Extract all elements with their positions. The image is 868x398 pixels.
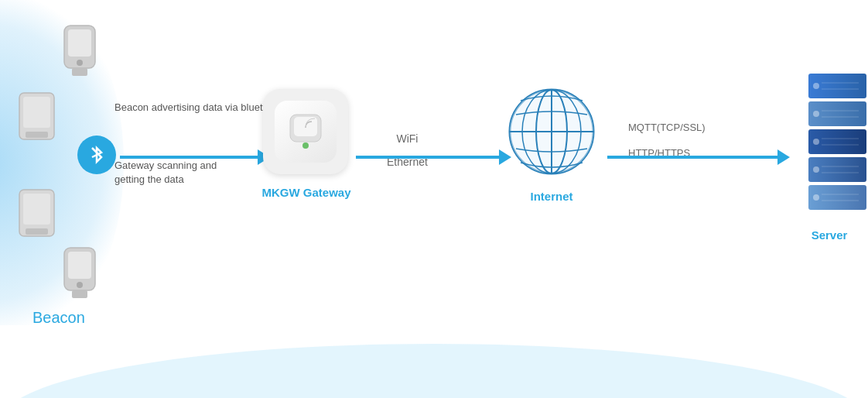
svg-point-25 [813, 83, 819, 89]
svg-point-17 [302, 142, 309, 149]
beacon-mid-top [12, 89, 62, 147]
gateway-device [263, 89, 348, 174]
svg-rect-4 [72, 68, 87, 76]
svg-point-13 [77, 282, 83, 288]
svg-rect-7 [26, 132, 48, 138]
svg-rect-12 [68, 252, 91, 279]
svg-rect-2 [68, 29, 91, 57]
svg-point-29 [813, 111, 819, 117]
server-device [805, 74, 866, 224]
svg-point-37 [813, 166, 819, 173]
beacon-label: Beacon [32, 309, 85, 327]
advertising-text: Beacon advertising data via bluetooth [114, 101, 282, 115]
bluetooth-icon [77, 136, 116, 174]
svg-rect-14 [72, 290, 87, 298]
arrow-internet-to-server [607, 149, 790, 165]
gateway-label: MKGW Gateway [249, 186, 364, 199]
internet-label: Internet [497, 190, 606, 203]
arrow-beacon-to-gateway [120, 149, 270, 165]
beacon-mid-bot [12, 186, 62, 244]
bottom-arc-bg [0, 321, 868, 398]
beacon-top [53, 22, 107, 80]
svg-point-3 [77, 60, 83, 66]
svg-rect-9 [23, 194, 50, 225]
svg-point-33 [813, 139, 819, 145]
internet-globe [505, 85, 598, 178]
arrow-gateway-to-internet [356, 149, 511, 165]
svg-point-0 [1, 344, 867, 398]
svg-rect-6 [23, 97, 50, 128]
svg-point-41 [813, 194, 819, 201]
svg-rect-10 [26, 228, 48, 235]
gateway-body [275, 101, 337, 163]
beacon-bottom [53, 244, 107, 302]
server-label: Server [795, 228, 864, 242]
